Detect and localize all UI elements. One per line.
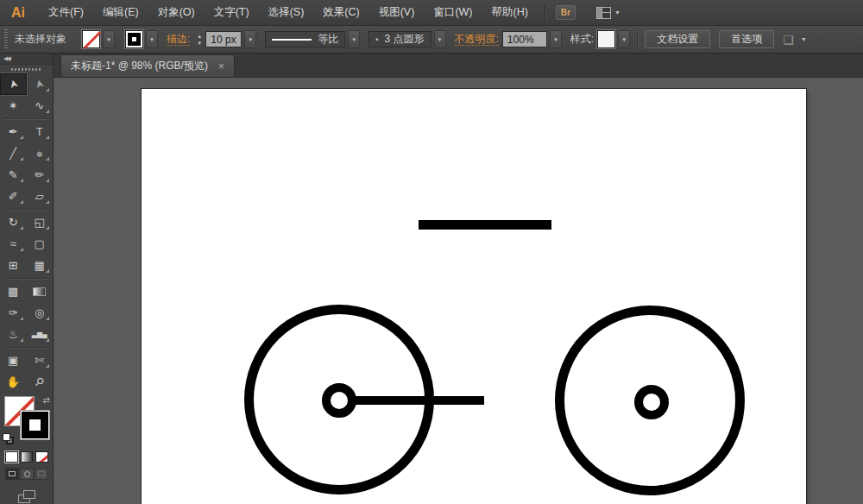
lasso-tool[interactable]: ∿ bbox=[27, 95, 54, 117]
variable-width-profile-select[interactable]: 等比 bbox=[265, 31, 345, 47]
select-similar-icon[interactable]: ❏ bbox=[783, 33, 794, 47]
draw-behind-button[interactable] bbox=[20, 468, 34, 480]
document-tab-bar: 未标题-1* @ 98% (RGB/预览) × bbox=[54, 54, 863, 78]
document-setup-button[interactable]: 文档设置 bbox=[645, 30, 710, 48]
stroke-ring-icon bbox=[22, 412, 48, 438]
screen-mode-button[interactable] bbox=[0, 490, 53, 503]
brush-value: 3 点圆形 bbox=[385, 32, 425, 47]
zoom-tool[interactable]: ⚲ bbox=[27, 371, 54, 393]
brush-dot-icon: • bbox=[375, 35, 378, 44]
menu-select[interactable]: 选择(S) bbox=[259, 0, 314, 25]
stroke-profile-line-icon bbox=[272, 39, 312, 41]
none-button[interactable] bbox=[35, 451, 48, 463]
pen-tool[interactable]: ✒ bbox=[0, 121, 27, 142]
none-slash-icon bbox=[35, 451, 48, 463]
menu-object[interactable]: 对象(O) bbox=[148, 0, 205, 25]
app-logo: Ai bbox=[11, 5, 25, 21]
brush-dropdown-button[interactable]: ▼ bbox=[434, 30, 446, 48]
control-bar: 未选择对象 ▼ ▼ 描边: ▲ ▼ 10 px ▼ 等比 ▼ • 3 点圆形 ▼… bbox=[0, 26, 863, 54]
pencil-tool[interactable]: ✏ bbox=[27, 164, 54, 186]
free-transform-tool[interactable]: ▢ bbox=[27, 233, 54, 255]
toolbar-grip-handle[interactable] bbox=[0, 65, 53, 73]
opacity-panel-link[interactable]: 不透明度: bbox=[455, 33, 499, 46]
color-button[interactable] bbox=[5, 451, 18, 463]
paintbrush-tool[interactable]: ✎ bbox=[0, 164, 27, 186]
select-similar-dropdown-icon[interactable]: ▼ bbox=[801, 36, 807, 42]
fill-dropdown-button[interactable]: ▼ bbox=[103, 30, 115, 48]
right-hub-circle-shape[interactable] bbox=[634, 385, 669, 419]
draw-inside-button[interactable] bbox=[35, 468, 48, 480]
style-dropdown-button[interactable]: ▼ bbox=[618, 30, 630, 48]
stepper-down-icon[interactable]: ▼ bbox=[195, 41, 204, 46]
none-fill-icon bbox=[84, 31, 102, 49]
selection-status: 未选择对象 bbox=[15, 32, 66, 47]
menu-type[interactable]: 文字(T) bbox=[205, 0, 259, 25]
preferences-button[interactable]: 首选项 bbox=[719, 30, 774, 48]
symbol-sprayer-tool[interactable]: ♨ bbox=[0, 324, 27, 345]
direct-selection-tool[interactable]: ➤ bbox=[27, 73, 54, 95]
stroke-width-input[interactable]: 10 px bbox=[205, 31, 242, 47]
canvas-area[interactable] bbox=[54, 78, 863, 504]
perspective-grid-tool[interactable]: ▦ bbox=[27, 255, 54, 276]
scale-tool[interactable]: ◱ bbox=[27, 211, 54, 233]
stroke-width-stepper[interactable]: ▲ ▼ bbox=[195, 34, 204, 46]
blend-tool[interactable]: ◎ bbox=[27, 302, 54, 324]
axle-line-shape[interactable] bbox=[354, 396, 484, 405]
tool-separator bbox=[4, 118, 48, 119]
close-icon[interactable]: × bbox=[218, 61, 224, 72]
selection-tool[interactable]: ➤ bbox=[0, 73, 27, 95]
tool-separator bbox=[4, 347, 48, 348]
type-tool[interactable]: T bbox=[27, 121, 54, 142]
menu-view[interactable]: 视图(V) bbox=[369, 0, 425, 25]
magic-wand-tool[interactable]: ✶ bbox=[0, 95, 27, 117]
stroke-indicator-swatch[interactable] bbox=[20, 410, 50, 440]
main-area: ◀◀ ➤ ➤ ✶ ∿ ✒ T ╱ ● ✎ ✏ ✐ ▱ ↻ ◱ ≈ ▢ ⊞ ▦ ▩ bbox=[0, 54, 863, 504]
gradient-button[interactable] bbox=[21, 451, 34, 463]
profile-value: 等比 bbox=[318, 32, 338, 47]
graphic-style-swatch[interactable] bbox=[597, 30, 615, 48]
eyedropper-tool[interactable]: ✑ bbox=[0, 302, 27, 324]
stepper-up-icon[interactable]: ▲ bbox=[195, 34, 204, 39]
width-tool[interactable]: ≈ bbox=[0, 233, 27, 255]
blob-brush-tool[interactable]: ✐ bbox=[0, 186, 27, 207]
panel-grip-handle[interactable] bbox=[3, 29, 8, 50]
gradient-tool[interactable] bbox=[27, 280, 54, 302]
column-graph-tool[interactable]: ▃▆▄ bbox=[27, 324, 54, 345]
workspace-layout-icon bbox=[596, 7, 611, 19]
toolbar-collapse-button[interactable]: ◀◀ bbox=[0, 54, 53, 65]
menu-window[interactable]: 窗口(W) bbox=[424, 0, 482, 25]
eraser-tool[interactable]: ▱ bbox=[27, 186, 54, 207]
default-fill-stroke-button[interactable] bbox=[3, 433, 14, 444]
ellipse-tool[interactable]: ● bbox=[27, 142, 54, 164]
menu-file[interactable]: 文件(F) bbox=[39, 0, 93, 25]
hand-tool[interactable]: ✋ bbox=[0, 371, 27, 393]
profile-dropdown-button[interactable]: ▼ bbox=[348, 30, 360, 48]
menu-edit[interactable]: 编辑(E) bbox=[93, 0, 148, 25]
draw-normal-button[interactable] bbox=[5, 468, 19, 480]
menu-bar: Ai 文件(F) 编辑(E) 对象(O) 文字(T) 选择(S) 效果(C) 视… bbox=[0, 0, 863, 26]
bridge-button[interactable]: Br bbox=[556, 5, 576, 20]
drawing-mode-buttons bbox=[0, 464, 53, 482]
stroke-color-swatch[interactable] bbox=[125, 30, 143, 48]
brush-definition-select[interactable]: • 3 点圆形 bbox=[369, 31, 431, 47]
workspace-switcher-button[interactable]: ▼ bbox=[596, 7, 620, 19]
document-tab[interactable]: 未标题-1* @ 98% (RGB/预览) × bbox=[60, 54, 235, 77]
stroke-dropdown-button[interactable]: ▼ bbox=[146, 30, 158, 48]
left-hub-circle-shape[interactable] bbox=[322, 383, 356, 418]
stroke-panel-link[interactable]: 描边: bbox=[167, 33, 190, 46]
line-segment-tool[interactable]: ╱ bbox=[0, 142, 27, 164]
stroke-width-dropdown-button[interactable]: ▼ bbox=[244, 30, 256, 48]
menu-effect[interactable]: 效果(C) bbox=[313, 0, 369, 25]
opacity-dropdown-button[interactable]: ▼ bbox=[550, 30, 562, 48]
swap-fill-stroke-icon[interactable]: ⇄ bbox=[43, 395, 50, 405]
menu-help[interactable]: 帮助(H) bbox=[482, 0, 538, 25]
rotate-tool[interactable]: ↻ bbox=[0, 211, 27, 233]
shape-builder-tool[interactable]: ⊞ bbox=[0, 255, 27, 276]
opacity-input[interactable]: 100% bbox=[502, 31, 547, 47]
handlebar-line-shape[interactable] bbox=[419, 220, 551, 230]
mesh-tool[interactable]: ▩ bbox=[0, 280, 27, 302]
artboard-tool[interactable]: ▣ bbox=[0, 350, 27, 371]
fill-color-swatch[interactable] bbox=[82, 30, 100, 48]
tool-grid: ➤ ➤ ✶ ∿ ✒ T ╱ ● ✎ ✏ ✐ ▱ ↻ ◱ ≈ ▢ ⊞ ▦ ▩ ✑ … bbox=[0, 73, 53, 393]
slice-tool[interactable]: ✄ bbox=[27, 350, 54, 371]
